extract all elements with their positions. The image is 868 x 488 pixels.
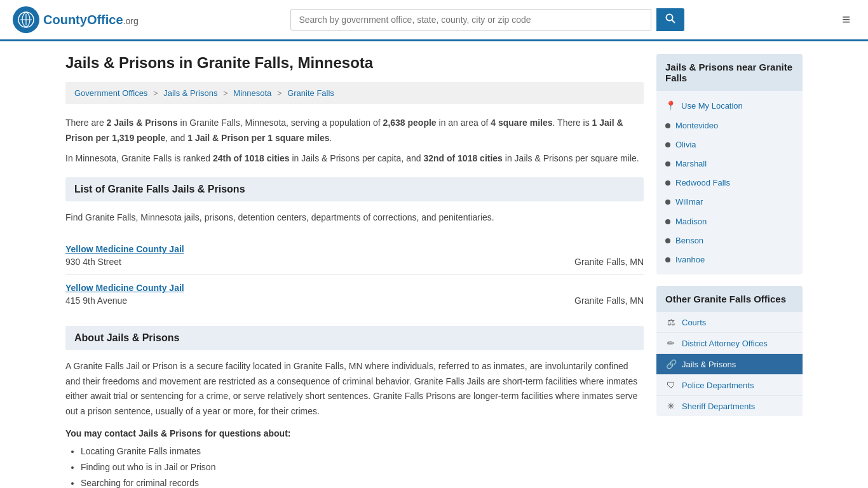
logo-icon: [13, 6, 39, 33]
list-section-header: List of Granite Falls Jails & Prisons: [65, 177, 644, 201]
sidebar: Jails & Prisons near Granite Falls 📍 Use…: [656, 54, 803, 488]
jail-city-1: Granite Falls, MN: [574, 257, 644, 267]
svg-line-3: [672, 20, 675, 24]
jail-address-2: 415 9th Avenue: [65, 295, 127, 306]
nearby-link-7[interactable]: Ivanhoe: [656, 250, 803, 269]
jail-item-1: Yellow Medicine County Jail 930 4th Stre…: [65, 236, 644, 275]
about-description: A Granite Falls Jail or Prison is a secu…: [65, 359, 644, 419]
jail-name-1[interactable]: Yellow Medicine County Jail: [65, 244, 644, 254]
jails-prisons-icon: 🔗: [665, 359, 677, 369]
sheriff-icon: ✳: [665, 401, 677, 411]
dot-icon: [665, 142, 670, 147]
dot-icon: [665, 161, 670, 166]
about-section-header: About Jails & Prisons: [65, 326, 644, 350]
office-district-attorney[interactable]: ✏ District Attorney Offices: [656, 333, 803, 354]
district-attorney-icon: ✏: [665, 338, 677, 348]
nearby-link-2[interactable]: Marshall: [656, 154, 803, 173]
nearby-link-3[interactable]: Redwood Falls: [656, 173, 803, 193]
page-container: Jails & Prisons in Granite Falls, Minnes…: [53, 41, 815, 488]
nearby-link-4[interactable]: Willmar: [656, 193, 803, 212]
logo-text: CountyOffice.org: [43, 13, 139, 27]
site-header: CountyOffice.org ≡: [0, 0, 868, 41]
nearby-title: Jails & Prisons near Granite Falls: [656, 54, 803, 91]
location-icon: 📍: [665, 100, 676, 112]
office-courts[interactable]: ⚖ Courts: [656, 312, 803, 333]
dot-icon: [665, 200, 670, 205]
courts-icon: ⚖: [665, 317, 677, 327]
contact-list: Locating Granite Falls inmates Finding o…: [81, 444, 644, 488]
dot-icon: [665, 123, 670, 128]
breadcrumb: Government Offices > Jails & Prisons > M…: [65, 82, 644, 104]
contact-item-3: Searching for criminal records: [81, 475, 644, 488]
jail-address-1: 930 4th Street: [65, 257, 121, 267]
office-jails-prisons[interactable]: 🔗 Jails & Prisons: [656, 354, 803, 375]
contact-item-1: Locating Granite Falls inmates: [81, 444, 644, 459]
menu-button[interactable]: ≡: [837, 9, 855, 30]
jail-city-2: Granite Falls, MN: [574, 295, 644, 306]
svg-point-2: [667, 15, 673, 21]
search-area: [290, 8, 684, 31]
nearby-link-6[interactable]: Benson: [656, 231, 803, 250]
nearby-box: Jails & Prisons near Granite Falls 📍 Use…: [656, 54, 803, 274]
dot-icon: [665, 219, 670, 224]
nearby-links: 📍 Use My Location Montevideo Olivia Mars…: [656, 91, 803, 274]
main-content: Jails & Prisons in Granite Falls, Minnes…: [65, 54, 644, 488]
offices-box: Other Granite Falls Offices ⚖ Courts ✏ D…: [656, 286, 803, 416]
search-button[interactable]: [656, 8, 684, 31]
nearby-link-0[interactable]: Montevideo: [656, 116, 803, 135]
about-section: About Jails & Prisons A Granite Falls Ja…: [65, 326, 644, 488]
contact-item-2: Finding out who is in Jail or Prison: [81, 459, 644, 475]
offices-title: Other Granite Falls Offices: [656, 286, 803, 312]
breadcrumb-minnesota[interactable]: Minnesota: [233, 88, 271, 98]
info-block: There are 2 Jails & Prisons in Granite F…: [65, 116, 644, 166]
office-police[interactable]: 🛡 Police Departments: [656, 375, 803, 396]
jail-list: Yellow Medicine County Jail 930 4th Stre…: [65, 236, 644, 313]
nearby-link-1[interactable]: Olivia: [656, 135, 803, 154]
search-input[interactable]: [290, 9, 651, 30]
page-title: Jails & Prisons in Granite Falls, Minnes…: [65, 54, 644, 72]
police-icon: 🛡: [665, 380, 677, 390]
dot-icon: [665, 180, 670, 186]
dot-icon: [665, 257, 670, 262]
use-my-location[interactable]: 📍 Use My Location: [656, 96, 803, 116]
contact-title: You may contact Jails & Prisons for ques…: [65, 428, 644, 438]
dot-icon: [665, 238, 670, 243]
jail-item-2: Yellow Medicine County Jail 415 9th Aven…: [65, 275, 644, 313]
breadcrumb-jails[interactable]: Jails & Prisons: [163, 88, 217, 98]
nearby-link-5[interactable]: Madison: [656, 212, 803, 231]
breadcrumb-granite-falls[interactable]: Granite Falls: [287, 88, 334, 98]
breadcrumb-gov-offices[interactable]: Government Offices: [74, 88, 147, 98]
list-description: Find Granite Falls, Minnesota jails, pri…: [65, 210, 644, 224]
office-sheriff[interactable]: ✳ Sheriff Departments: [656, 396, 803, 416]
jail-name-2[interactable]: Yellow Medicine County Jail: [65, 283, 644, 293]
logo-area: CountyOffice.org: [13, 6, 139, 33]
